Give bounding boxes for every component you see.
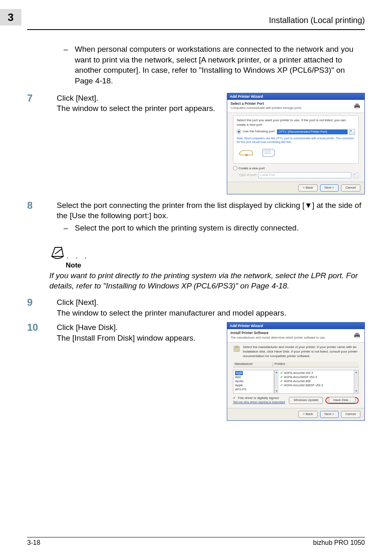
svg-rect-6 bbox=[355, 337, 359, 339]
wizard2-back-button[interactable]: < Back bbox=[298, 411, 318, 418]
wizard2-subdesc: The manufacturer and model determine whi… bbox=[231, 336, 325, 340]
wizard2-cancel-button[interactable]: Cancel bbox=[341, 411, 360, 418]
step6-bullet-text: When personal computers or workstations … bbox=[75, 44, 365, 86]
radio-use-port[interactable] bbox=[237, 129, 241, 134]
page-footer: 3-18 bizhub PRO 1050 bbox=[27, 534, 365, 546]
wizard1-cancel-button[interactable]: Cancel bbox=[341, 184, 360, 191]
col-header-manufacturer: Manufacturer bbox=[235, 362, 273, 366]
wizard1-subdesc: Computers communicate with printers thro… bbox=[231, 106, 302, 110]
section-title: Installation (Local printing) bbox=[269, 16, 365, 27]
printer-item[interactable]: AGFA-AccuSet 800SF v52.3 bbox=[284, 383, 323, 387]
step9-line2: The window to select the printer manufac… bbox=[57, 308, 365, 318]
wizard2-instruction: Select the manufacturer and model of you… bbox=[243, 345, 359, 358]
radio-create-port-label: Create a new port: bbox=[238, 166, 265, 170]
step10-line2: The [Install From Disk] window appears. bbox=[57, 333, 222, 344]
svg-rect-2 bbox=[355, 107, 359, 109]
printer-item[interactable]: AGFA-AccuSet 800 bbox=[284, 379, 311, 383]
type-of-port-dropdown bbox=[353, 173, 359, 178]
svg-point-3 bbox=[245, 154, 247, 156]
step-number-7: 7 bbox=[27, 93, 57, 104]
signed-check-icon: ✔ bbox=[280, 375, 283, 379]
manufacturer-item[interactable]: Alps bbox=[235, 375, 272, 379]
wizard1-note-line: Note: Most computers use the LPT1: port … bbox=[237, 136, 355, 144]
windows-update-button[interactable]: Windows Update bbox=[289, 397, 323, 404]
wizard2-next-button[interactable]: Next > bbox=[320, 411, 339, 418]
wizard1-panel-top: Select the port you want your printer to… bbox=[237, 118, 355, 127]
step10-line1: Click [Have Disk]. bbox=[57, 322, 222, 333]
signed-check-icon: ✔ bbox=[280, 383, 283, 387]
step7-line2: The window to select the printer port ap… bbox=[57, 103, 222, 114]
manufacturer-scrollbar[interactable]: ▲▼ bbox=[274, 370, 279, 393]
wizard-install-software: Add Printer Wizard Install Printer Softw… bbox=[227, 322, 365, 421]
manufacturer-item[interactable]: Apollo bbox=[235, 379, 272, 383]
have-disk-highlight: Have Disk... bbox=[325, 397, 359, 404]
wizard1-back-button[interactable]: < Back bbox=[298, 184, 318, 191]
manufacturer-list[interactable]: Agfa Alps Apollo Apple APS-PS bbox=[233, 370, 274, 393]
port-selection[interactable]: LPT1: (Recommended Printer Port) bbox=[277, 129, 348, 134]
printer-icon bbox=[353, 331, 361, 339]
have-disk-button[interactable]: Have Disk... bbox=[329, 397, 355, 403]
driver-signing-link[interactable]: Tell me why driver signing is important bbox=[233, 400, 285, 404]
signed-text: This driver is digitally signed. bbox=[238, 396, 279, 400]
manufacturer-item[interactable]: Apple bbox=[235, 383, 272, 387]
radio-create-port[interactable] bbox=[233, 166, 238, 171]
signed-check-icon: ✔ bbox=[280, 371, 283, 375]
svg-rect-5 bbox=[355, 333, 359, 335]
wizard1-next-button[interactable]: Next > bbox=[320, 184, 339, 191]
note-icon bbox=[49, 245, 66, 263]
port-dropdown-arrow[interactable] bbox=[349, 129, 355, 135]
wizard-select-port: Add Printer Wizard Select a Printer Port… bbox=[227, 93, 365, 194]
step7-line1: Click [Next]. bbox=[57, 93, 222, 104]
step-number-10: 10 bbox=[27, 322, 57, 333]
type-of-port-select: Local Port bbox=[258, 172, 351, 178]
type-of-port-label: Type of port: bbox=[239, 173, 257, 178]
signed-check-icon: ✔ bbox=[233, 396, 236, 400]
dash: – bbox=[57, 44, 75, 86]
step9-line1: Click [Next]. bbox=[57, 297, 365, 308]
step8-bullet: Select the port to which the printing sy… bbox=[75, 223, 299, 233]
product-name: bizhub PRO 1050 bbox=[313, 539, 365, 546]
wizard2-subtitle: Install Printer Software bbox=[231, 331, 325, 335]
page-number: 3-18 bbox=[27, 539, 40, 546]
page-header: Installation (Local printing) bbox=[27, 16, 365, 27]
signed-check-icon: ✔ bbox=[280, 379, 283, 383]
note-label: Note bbox=[66, 261, 365, 270]
step-number-8: 8 bbox=[27, 200, 57, 211]
printer-item[interactable]: AGFA-AccuSetSF v52.3 bbox=[284, 375, 317, 379]
printers-list[interactable]: ✔AGFA-AccuSet v52.3 ✔AGFA-AccuSetSF v52.… bbox=[279, 370, 354, 393]
step8-line1: Select the port connecting the printer f… bbox=[57, 200, 365, 221]
wizard1-title: Add Printer Wizard bbox=[227, 93, 364, 100]
connector-illustration bbox=[237, 144, 355, 161]
wizard2-title: Add Printer Wizard bbox=[227, 323, 364, 329]
wizard1-subtitle: Select a Printer Port bbox=[231, 101, 302, 106]
manufacturer-item-selected[interactable]: Agfa bbox=[235, 371, 243, 375]
printer-item[interactable]: AGFA-AccuSet v52.3 bbox=[284, 371, 313, 375]
dash: – bbox=[57, 223, 75, 233]
step-number-9: 9 bbox=[27, 297, 57, 308]
radio-use-port-label: Use the following port: bbox=[243, 129, 275, 134]
printer-icon bbox=[353, 102, 361, 110]
note-body: If you want to print directly to the pri… bbox=[49, 270, 365, 291]
chapter-tab: 3 bbox=[0, 9, 21, 25]
manufacturer-item[interactable]: APS-PS bbox=[235, 387, 272, 392]
col-header-printers: Printers bbox=[273, 362, 357, 366]
disk-icon bbox=[233, 345, 240, 358]
printers-scrollbar[interactable]: ▲▼ bbox=[354, 370, 358, 393]
svg-rect-1 bbox=[355, 104, 359, 106]
svg-rect-8 bbox=[235, 346, 238, 348]
